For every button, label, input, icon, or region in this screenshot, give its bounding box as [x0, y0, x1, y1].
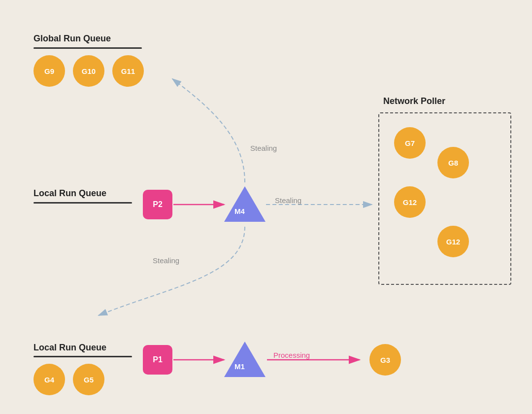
local-run-queue-1-label: Local Run Queue: [33, 188, 106, 199]
goroutine-g7: G7: [394, 127, 426, 159]
global-run-queue-underline: [33, 47, 142, 49]
local-run-queue-2-label: Local Run Queue: [33, 343, 106, 353]
machine-m1: [224, 342, 266, 377]
processor-p2: P2: [143, 190, 172, 219]
stealing-label-2: Stealing: [275, 196, 301, 205]
goroutine-g12a: G12: [394, 186, 426, 218]
goroutine-g10: G10: [73, 55, 104, 87]
machine-m4: [224, 186, 266, 222]
processor-p1: P1: [143, 345, 172, 375]
stealing-label-1: Stealing: [250, 144, 277, 152]
goroutine-g11: G11: [112, 55, 144, 87]
goroutine-g8: G8: [437, 147, 469, 178]
goroutine-g4: G4: [33, 364, 65, 395]
goroutine-g12b: G12: [437, 226, 469, 257]
global-run-queue-label: Global Run Queue: [33, 34, 111, 44]
local-run-queue-2-underline: [33, 356, 132, 357]
machine-m4-label: M4: [234, 207, 245, 215]
diagram-container: Global Run Queue G9 G10 G11 Local Run Qu…: [0, 0, 532, 414]
local-run-queue-1-underline: [33, 202, 132, 204]
goroutine-g5: G5: [73, 364, 104, 395]
network-poller-label: Network Poller: [383, 96, 445, 106]
goroutine-g3: G3: [369, 344, 401, 376]
machine-m1-label: M1: [234, 362, 245, 371]
stealing-label-3: Stealing: [153, 256, 179, 265]
processing-label: Processing: [273, 351, 310, 359]
goroutine-g9: G9: [33, 55, 65, 87]
